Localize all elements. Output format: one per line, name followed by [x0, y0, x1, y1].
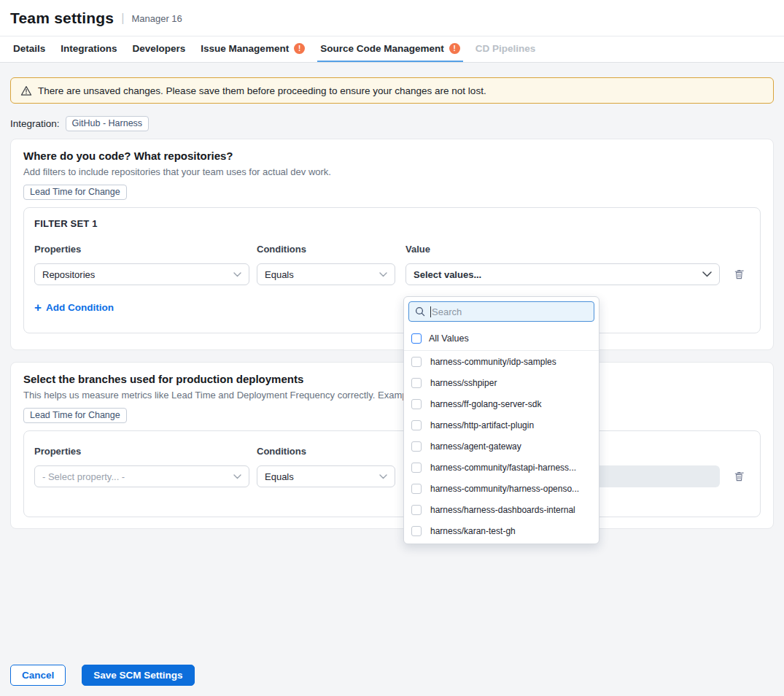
condition-select[interactable]: Equals [257, 263, 395, 285]
option-label: harness/harness-dashboards-internal [430, 505, 575, 515]
option-checkbox[interactable] [411, 505, 422, 515]
dropdown-option[interactable]: harness/http-artifact-plugin [404, 414, 599, 436]
filter-set-1: FILTER SET 1 Properties Conditions Value… [23, 207, 761, 333]
integration-label: Integration: [10, 118, 60, 129]
dropdown-search[interactable] [408, 301, 594, 322]
dropdown-option[interactable]: harness-community/idp-samples [404, 351, 599, 372]
tab-source-code-management[interactable]: Source Code Management ! [317, 36, 463, 62]
dropdown-option[interactable]: harness/ff-golang-server-sdk [404, 393, 599, 414]
banner-text: There are unsaved changes. Please save t… [38, 85, 486, 96]
chevron-down-icon [702, 271, 712, 277]
option-label: All Values [429, 333, 469, 344]
tab-details[interactable]: Details [10, 36, 48, 62]
option-label: harness/sshpiper [430, 378, 497, 388]
dropdown-option[interactable]: harness/agent-gateway [404, 436, 599, 457]
search-icon [415, 306, 425, 317]
dropdown-option[interactable]: harness/sshpiper [404, 372, 599, 393]
delete-condition-button[interactable] [732, 267, 746, 282]
repositories-card-title: Where do you code? What repositories? [23, 150, 761, 162]
branch-condition-select[interactable]: Equals [257, 465, 395, 487]
tab-label: CD Pipelines [476, 43, 536, 54]
page-header: Team settings | Manager 16 [0, 0, 784, 36]
dropdown-option[interactable]: harness-community/fastapi-harness... [404, 457, 599, 478]
value-select-placeholder: Select values... [414, 269, 481, 280]
option-label: harness/karan-test-gh [430, 526, 516, 536]
option-checkbox[interactable] [411, 484, 422, 494]
add-condition-button[interactable]: + Add Condition [34, 301, 114, 314]
dropdown-option[interactable]: harness/karan-test-gh [404, 520, 599, 541]
dropdown-option[interactable]: harness/harness-dashboards-internal [404, 499, 599, 520]
property-select[interactable]: Repositories [34, 263, 249, 285]
conditions-column-label: Conditions [257, 244, 395, 255]
option-label: harness-community/fastapi-harness... [430, 463, 576, 473]
properties-column-label: Properties [34, 244, 249, 255]
main-content: There are unsaved changes. Please save t… [0, 63, 784, 529]
value-column-label: Value [405, 244, 720, 255]
trash-icon [734, 268, 745, 280]
properties-column-label: Properties [34, 446, 249, 457]
tab-label: Issue Management [201, 43, 289, 54]
all-values-checkbox[interactable] [411, 333, 422, 344]
tab-label: Source Code Management [320, 43, 444, 54]
save-scm-settings-button[interactable]: Save SCM Settings [82, 665, 194, 686]
branches-card-title: Select the branches used for production … [23, 373, 761, 385]
option-checkbox[interactable] [411, 463, 422, 473]
tab-label: Details [13, 43, 45, 54]
chevron-down-icon [233, 474, 241, 479]
option-label: harness-community/idp-samples [430, 357, 556, 367]
property-select-placeholder: - Select property... - [42, 471, 125, 482]
tab-developers[interactable]: Developers [130, 36, 189, 62]
option-checkbox[interactable] [411, 357, 422, 367]
lead-time-chip: Lead Time for Change [23, 408, 127, 423]
condition-select-value: Equals [265, 471, 294, 482]
repositories-card: Where do you code? What repositories? Ad… [10, 139, 774, 350]
delete-condition-button[interactable] [732, 469, 746, 484]
warning-triangle-icon [20, 85, 32, 96]
plus-icon: + [34, 301, 42, 314]
trash-icon [734, 471, 745, 482]
option-label: harness/agent-gateway [430, 441, 521, 452]
cancel-button[interactable]: Cancel [10, 665, 66, 686]
search-input[interactable] [432, 306, 588, 317]
team-name-label: Manager 16 [131, 13, 182, 24]
dropdown-option[interactable]: harness-community/harness-openso... [404, 478, 599, 499]
tab-bar: Details Integrations Developers Issue Ma… [0, 36, 784, 63]
condition-select-value: Equals [265, 269, 294, 280]
tab-integrations[interactable]: Integrations [58, 36, 120, 62]
filter-set-title: FILTER SET 1 [34, 218, 750, 229]
tab-label: Integrations [61, 43, 117, 54]
footer-actions: Cancel Save SCM Settings [10, 665, 195, 686]
add-condition-label: Add Condition [46, 302, 114, 313]
dropdown-option[interactable]: harness/internal-test-guidebook [404, 541, 599, 544]
option-checkbox[interactable] [411, 526, 422, 536]
value-multiselect[interactable]: Select values... [405, 263, 720, 285]
option-checkbox[interactable] [411, 378, 422, 388]
chevron-down-icon [379, 272, 387, 277]
branches-card: Select the branches used for production … [10, 362, 774, 529]
branch-filter-set: Properties Conditions - Select property.… [23, 430, 761, 517]
chevron-down-icon [233, 272, 241, 277]
option-label: harness-community/harness-openso... [430, 484, 579, 494]
option-label: harness/http-artifact-plugin [430, 420, 534, 430]
text-caret [430, 306, 431, 317]
tab-cd-pipelines: CD Pipelines [473, 36, 539, 62]
title-divider: | [121, 12, 124, 25]
all-values-option[interactable]: All Values [404, 326, 599, 351]
integration-chip[interactable]: GitHub - Harness [66, 116, 150, 131]
tab-issue-management[interactable]: Issue Management ! [198, 36, 308, 62]
warning-badge-icon: ! [449, 43, 460, 54]
page-title: Team settings [10, 9, 114, 27]
warning-badge-icon: ! [294, 43, 305, 54]
property-select-value: Repositories [42, 269, 95, 280]
conditions-column-label: Conditions [257, 446, 395, 457]
option-checkbox[interactable] [411, 399, 422, 409]
option-checkbox[interactable] [411, 420, 422, 430]
lead-time-chip: Lead Time for Change [23, 185, 127, 200]
tab-label: Developers [133, 43, 186, 54]
option-label: harness/ff-golang-server-sdk [430, 399, 542, 409]
unsaved-changes-banner: There are unsaved changes. Please save t… [10, 77, 774, 104]
chevron-down-icon [379, 474, 387, 479]
branch-property-select[interactable]: - Select property... - [34, 465, 249, 487]
repositories-card-subtitle: Add filters to include repositories that… [23, 166, 761, 177]
option-checkbox[interactable] [411, 441, 422, 452]
